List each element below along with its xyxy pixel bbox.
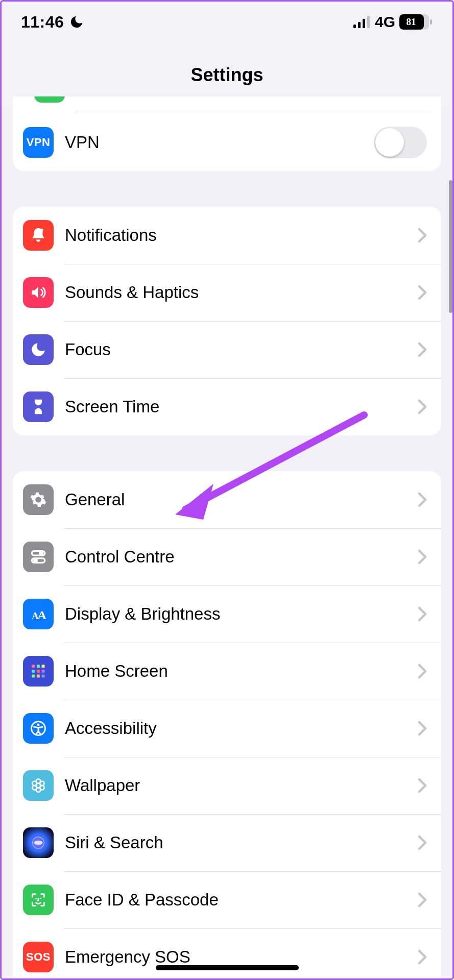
row-label: Control Centre <box>65 547 413 567</box>
siri-icon <box>23 827 54 858</box>
row-label: VPN <box>65 133 374 152</box>
chevron-right-icon <box>418 549 427 565</box>
chevron-right-icon <box>418 606 427 622</box>
row-label: Screen Time <box>65 397 413 416</box>
partial-previous-row-icon <box>34 96 65 103</box>
display-brightness-icon: AA <box>23 599 54 629</box>
home-indicator[interactable] <box>156 965 299 970</box>
svg-text:81: 81 <box>407 16 416 27</box>
row-face-id-passcode[interactable]: Face ID & Passcode <box>13 871 441 928</box>
svg-rect-19 <box>37 670 40 673</box>
chevron-right-icon <box>418 721 427 736</box>
general-icon <box>23 484 54 515</box>
row-label: Wallpaper <box>65 776 413 795</box>
row-label: Accessibility <box>65 719 413 738</box>
status-right: 4G 81 <box>353 13 433 31</box>
svg-rect-18 <box>32 670 35 673</box>
row-label: Display & Brightness <box>65 604 413 624</box>
status-bar: 11:46 4G 81 <box>2 2 452 42</box>
notifications-icon <box>23 220 54 251</box>
row-label: Emergency SOS <box>65 947 413 967</box>
svg-rect-15 <box>32 665 35 668</box>
status-time: 11:46 <box>21 13 64 32</box>
chevron-right-icon <box>418 835 427 850</box>
face-id-icon <box>23 885 54 915</box>
row-label: Home Screen <box>65 662 413 681</box>
row-wallpaper[interactable]: Wallpaper <box>13 757 441 814</box>
control-centre-icon <box>23 542 54 572</box>
row-display-brightness[interactable]: AA Display & Brightness <box>13 585 441 643</box>
row-sounds-haptics[interactable]: Sounds & Haptics <box>13 264 441 321</box>
settings-group-connectivity: VPN VPN <box>13 96 441 171</box>
svg-point-32 <box>40 786 44 790</box>
cellular-signal-icon <box>353 16 371 28</box>
svg-point-12 <box>34 559 37 562</box>
row-accessibility[interactable]: Accessibility <box>13 700 441 757</box>
settings-group-general: General Control Centre AA Display & Brig… <box>13 471 441 978</box>
settings-group-notifications: Notifications Sounds & Haptics Focus <box>13 207 441 435</box>
svg-rect-2 <box>363 19 365 28</box>
network-type-label: 4G <box>375 13 395 31</box>
row-label: Face ID & Passcode <box>65 890 413 910</box>
wallpaper-icon <box>23 770 54 801</box>
chevron-right-icon <box>418 949 427 965</box>
svg-point-25 <box>37 724 40 726</box>
row-control-centre[interactable]: Control Centre <box>13 528 441 585</box>
row-label: Siri & Search <box>65 833 413 852</box>
svg-rect-22 <box>37 675 40 678</box>
chevron-right-icon <box>418 285 427 300</box>
chevron-right-icon <box>418 664 427 679</box>
accessibility-icon <box>23 713 54 744</box>
status-left: 11:46 <box>21 13 84 32</box>
row-label: Focus <box>65 340 413 359</box>
vpn-icon-text: VPN <box>27 136 51 149</box>
row-label: General <box>65 490 413 509</box>
chevron-right-icon <box>418 892 427 908</box>
svg-point-29 <box>32 781 36 786</box>
svg-rect-21 <box>32 675 35 678</box>
vpn-toggle[interactable] <box>374 127 427 158</box>
sos-icon-text: SOS <box>26 950 51 964</box>
row-label: Sounds & Haptics <box>65 283 413 302</box>
chevron-right-icon <box>418 399 427 414</box>
row-screen-time[interactable]: Screen Time <box>13 378 441 435</box>
chevron-right-icon <box>418 492 427 507</box>
svg-rect-7 <box>430 19 432 24</box>
row-focus[interactable]: Focus <box>13 321 441 378</box>
chevron-right-icon <box>418 228 427 243</box>
svg-point-30 <box>40 781 44 786</box>
focus-icon <box>23 334 54 365</box>
row-vpn[interactable]: VPN VPN <box>13 114 441 171</box>
settings-content: VPN VPN Notifications Sound <box>2 96 452 978</box>
toggle-knob <box>375 128 404 157</box>
row-home-screen[interactable]: Home Screen <box>13 643 441 700</box>
chevron-right-icon <box>418 342 427 357</box>
page-title: Settings <box>190 64 263 86</box>
svg-point-36 <box>40 898 41 899</box>
svg-point-31 <box>32 786 36 790</box>
row-label: Notifications <box>65 226 413 245</box>
row-siri-search[interactable]: Siri & Search <box>13 814 441 871</box>
battery-icon: 81 <box>399 14 433 30</box>
svg-rect-20 <box>42 670 45 673</box>
svg-rect-16 <box>37 665 40 668</box>
do-not-disturb-icon <box>69 14 84 30</box>
svg-point-35 <box>35 898 37 899</box>
svg-rect-17 <box>42 665 45 668</box>
row-general[interactable]: General <box>13 471 441 528</box>
svg-point-10 <box>40 552 43 555</box>
svg-rect-0 <box>353 24 356 28</box>
svg-rect-3 <box>367 16 370 28</box>
sos-icon: SOS <box>23 942 54 972</box>
sounds-icon <box>23 277 54 308</box>
vpn-icon: VPN <box>23 127 54 158</box>
svg-rect-23 <box>42 675 45 678</box>
row-separator <box>75 112 430 112</box>
row-emergency-sos[interactable]: SOS Emergency SOS <box>13 928 441 978</box>
svg-rect-1 <box>358 22 361 28</box>
scroll-indicator[interactable] <box>449 180 452 313</box>
home-screen-icon <box>23 656 54 687</box>
svg-text:A: A <box>38 608 47 622</box>
chevron-right-icon <box>418 778 427 793</box>
row-notifications[interactable]: Notifications <box>13 207 441 264</box>
